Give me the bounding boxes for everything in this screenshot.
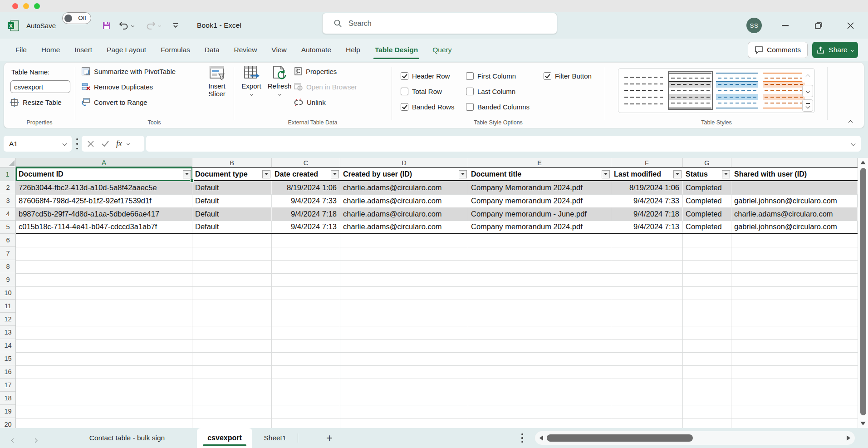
vertical-scrollbar-thumb[interactable] bbox=[860, 168, 866, 415]
last-column-checkbox[interactable] bbox=[466, 88, 474, 95]
scroll-down-icon[interactable] bbox=[860, 422, 866, 425]
row-header-4[interactable]: 4 bbox=[0, 207, 16, 221]
filter-button-checkbox[interactable] bbox=[544, 72, 551, 80]
row-header-10[interactable]: 10 bbox=[0, 286, 16, 300]
tab-file[interactable]: File bbox=[8, 39, 34, 61]
checkbox-first-column[interactable]: First Column bbox=[466, 68, 544, 84]
checkbox-banded-rows[interactable]: Banded Rows bbox=[401, 99, 466, 114]
gallery-scroll-down-button[interactable] bbox=[802, 85, 813, 97]
cell[interactable]: 9/4/2024 7:33 bbox=[611, 194, 683, 207]
column-header-E[interactable]: E bbox=[468, 158, 611, 167]
cell[interactable]: charlie.adams@circularo.com bbox=[340, 194, 468, 207]
cell[interactable]: 876068f4-798d-425f-b1f2-92ef17539d1f bbox=[16, 194, 192, 207]
scroll-up-icon[interactable] bbox=[860, 161, 866, 164]
cell[interactable]: Company Memorandum 2024.pdf bbox=[468, 181, 611, 194]
cell[interactable]: b987cd5b-29f7-4d8d-a1aa-5dbde66ae417 bbox=[16, 207, 192, 221]
total-row-checkbox[interactable] bbox=[401, 88, 408, 95]
first-column-checkbox[interactable] bbox=[466, 72, 474, 80]
filter-button[interactable] bbox=[602, 170, 610, 178]
banded-rows-checkbox[interactable] bbox=[401, 103, 408, 111]
cell[interactable]: Company memorandum 2024.pdf bbox=[468, 221, 611, 233]
expand-formula-bar-icon[interactable] bbox=[851, 142, 856, 146]
row-header-5[interactable]: 5 bbox=[0, 221, 16, 234]
cell[interactable]: 9/4/2024 7:13 bbox=[611, 221, 683, 233]
tab-review[interactable]: Review bbox=[227, 39, 265, 61]
cell[interactable]: Default bbox=[192, 221, 272, 233]
style-light-gray-swatch[interactable] bbox=[669, 73, 711, 108]
name-box[interactable]: A1 bbox=[4, 136, 72, 152]
save-button[interactable] bbox=[102, 12, 112, 39]
tab-insert[interactable]: Insert bbox=[67, 39, 99, 61]
export-button[interactable]: Export bbox=[237, 65, 265, 95]
row-header-20[interactable]: 20 bbox=[0, 418, 16, 428]
tab-table-design[interactable]: Table Design bbox=[368, 39, 425, 61]
scroll-right-icon[interactable] bbox=[847, 435, 850, 441]
comments-button[interactable]: Comments bbox=[748, 42, 808, 58]
row-header-8[interactable]: 8 bbox=[0, 260, 16, 273]
checkbox-banded-columns[interactable]: Banded Columns bbox=[466, 99, 544, 114]
autosave-toggle[interactable]: Off bbox=[62, 12, 91, 24]
minimize-button[interactable] bbox=[778, 18, 792, 33]
table-header-status[interactable]: Status bbox=[683, 168, 731, 180]
formula-input[interactable] bbox=[146, 136, 861, 152]
cell[interactable]: gabriel.johnson@circularo.com bbox=[731, 194, 858, 207]
next-sheet-button[interactable] bbox=[34, 436, 37, 444]
refresh-button[interactable]: Refresh bbox=[265, 65, 294, 95]
column-header-A[interactable]: A bbox=[16, 158, 192, 167]
cell[interactable]: Completed bbox=[683, 181, 731, 194]
row-header-9[interactable]: 9 bbox=[0, 273, 16, 286]
table-header-created-by-user-id[interactable]: Created by user (ID) bbox=[340, 168, 468, 180]
cell[interactable]: charlie.adams@circularo.com bbox=[340, 221, 468, 233]
column-header-C[interactable]: C bbox=[272, 158, 340, 167]
undo-button[interactable] bbox=[118, 12, 134, 39]
cell[interactable]: charlie.adams@circularo.com bbox=[731, 207, 858, 221]
table-header-document-title[interactable]: Document title bbox=[468, 168, 611, 180]
cell[interactable] bbox=[731, 181, 858, 194]
style-none-swatch[interactable] bbox=[623, 73, 665, 108]
row-header-7[interactable]: 7 bbox=[0, 247, 16, 260]
minimize-traffic-light[interactable] bbox=[23, 3, 29, 9]
table-header-shared-with-user-id[interactable]: Shared with user (ID) bbox=[731, 168, 858, 180]
sheet-tab-sheet1[interactable]: Sheet1 bbox=[252, 428, 298, 448]
cell[interactable]: 9/4/2024 7:33 bbox=[272, 194, 340, 207]
insert-slicer-button[interactable]: Insert Slicer bbox=[202, 65, 232, 98]
header-row-checkbox[interactable] bbox=[401, 72, 408, 80]
row-header-11[interactable]: 11 bbox=[0, 300, 16, 313]
tab-formulas[interactable]: Formulas bbox=[153, 39, 197, 61]
banded-columns-checkbox[interactable] bbox=[466, 103, 474, 111]
row-header-16[interactable]: 16 bbox=[0, 365, 16, 379]
style-light-blue-swatch[interactable] bbox=[716, 73, 758, 108]
column-header-F[interactable]: F bbox=[611, 158, 683, 167]
cell[interactable]: Company memorandum 2024.pdf bbox=[468, 194, 611, 207]
cell[interactable]: 726b3044-fbc2-413d-a10d-5a8f42aaec5e bbox=[16, 181, 192, 194]
column-header-G[interactable]: G bbox=[683, 158, 731, 167]
vertical-scrollbar[interactable] bbox=[858, 158, 868, 428]
close-traffic-light[interactable] bbox=[12, 3, 18, 9]
style-light-orange-swatch[interactable] bbox=[763, 73, 805, 108]
checkbox-filter-button[interactable]: Filter Button bbox=[544, 68, 592, 84]
customize-quick-access-icon[interactable] bbox=[172, 12, 179, 39]
row-header-13[interactable]: 13 bbox=[0, 326, 16, 339]
cell[interactable]: 9/4/2024 7:18 bbox=[611, 207, 683, 221]
tab-page-layout[interactable]: Page Layout bbox=[99, 39, 153, 61]
cell[interactable]: 8/19/2024 1:06 bbox=[611, 181, 683, 194]
filter-button[interactable] bbox=[459, 170, 467, 178]
resize-table-button[interactable]: Resize Table bbox=[10, 98, 62, 107]
select-all-corner[interactable] bbox=[0, 158, 16, 167]
zoom-traffic-light[interactable] bbox=[34, 3, 40, 9]
fx-chevron-icon[interactable] bbox=[127, 142, 130, 145]
gallery-more-styles-button[interactable] bbox=[802, 99, 813, 112]
sheet-tab-contact-table-bulk-sign[interactable]: Contact table - bulk sign bbox=[59, 428, 195, 448]
unlink-button[interactable]: Unlink bbox=[294, 98, 326, 107]
cell[interactable]: 8/19/2024 1:06 bbox=[272, 181, 340, 194]
table-header-document-type[interactable]: Document type bbox=[192, 168, 272, 180]
cell[interactable]: 9/4/2024 7:18 bbox=[272, 207, 340, 221]
sheet-tab-csvexport[interactable]: csvexport bbox=[197, 428, 252, 448]
column-header-D[interactable]: D bbox=[340, 158, 468, 167]
tab-data[interactable]: Data bbox=[197, 39, 227, 61]
tab-help[interactable]: Help bbox=[338, 39, 368, 61]
add-sheet-button[interactable]: + bbox=[320, 428, 338, 448]
tab-view[interactable]: View bbox=[264, 39, 294, 61]
row-header-2[interactable]: 2 bbox=[0, 181, 16, 194]
row-header-15[interactable]: 15 bbox=[0, 352, 16, 365]
